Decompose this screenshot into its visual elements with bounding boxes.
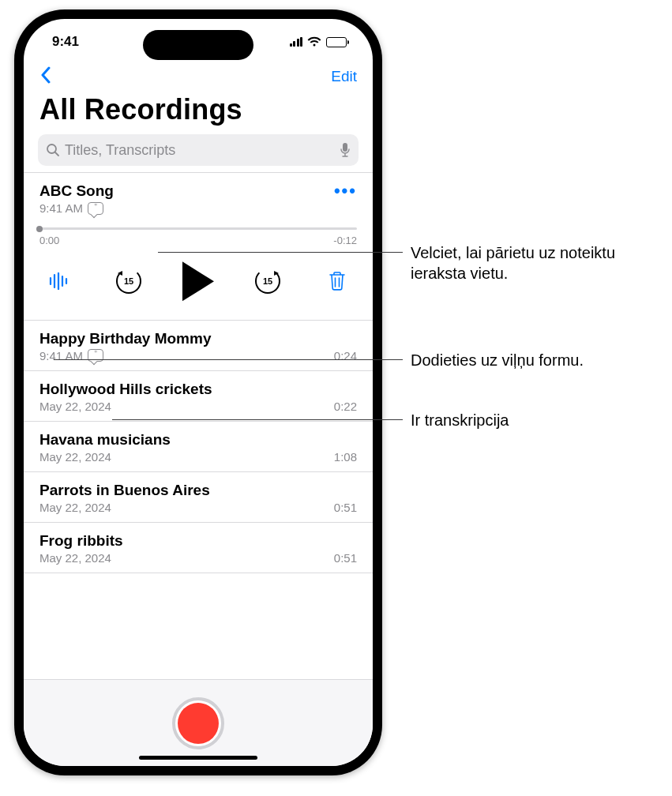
home-indicator[interactable] bbox=[139, 756, 257, 760]
dynamic-island bbox=[143, 30, 253, 60]
skip-back-button[interactable]: ▸ 15 bbox=[109, 268, 148, 294]
recording-title: ABC Song bbox=[39, 182, 114, 200]
svg-rect-2 bbox=[343, 143, 347, 152]
recording-subtitle: May 22, 2024 bbox=[39, 501, 111, 514]
recording-row[interactable]: Havana musicians May 22, 2024 1:08 bbox=[24, 422, 373, 472]
recording-row[interactable]: Parrots in Buenos Aires May 22, 2024 0:5… bbox=[24, 472, 373, 523]
callout-text: Velciet, lai pārietu uz noteiktu ierakst… bbox=[411, 244, 615, 282]
edit-button[interactable]: Edit bbox=[331, 68, 357, 85]
play-button[interactable] bbox=[178, 259, 218, 304]
play-icon bbox=[178, 259, 218, 304]
skip-forward-button[interactable]: ▸ 15 bbox=[248, 268, 287, 294]
remaining-time: -0:12 bbox=[333, 235, 357, 246]
recording-duration: 1:08 bbox=[334, 450, 357, 464]
back-button[interactable] bbox=[39, 66, 52, 87]
callout-text: Dodieties uz viļņu formu. bbox=[411, 351, 584, 369]
delete-button[interactable] bbox=[317, 271, 357, 291]
scrubber-times: 0:00 -0:12 bbox=[39, 235, 357, 246]
recording-duration: 0:22 bbox=[334, 400, 357, 413]
phone-frame: 9:41 Edit All Recordings bbox=[14, 9, 382, 775]
scrubber[interactable]: 0:00 -0:12 bbox=[39, 227, 357, 246]
recording-subtitle: May 22, 2024 bbox=[39, 450, 111, 464]
recording-time: 9:41 AM bbox=[39, 201, 83, 215]
skip-forward-icon: ▸ 15 bbox=[255, 268, 280, 294]
recording-title: Havana musicians bbox=[39, 431, 171, 449]
playback-controls: ▸ 15 ▸ 15 bbox=[39, 248, 357, 312]
more-button[interactable]: ••• bbox=[334, 182, 357, 200]
phone-screen: 9:41 Edit All Recordings bbox=[24, 19, 373, 766]
transcript-icon: ” bbox=[88, 202, 103, 215]
callout-transcript: Ir transkripcija bbox=[411, 410, 632, 430]
search-icon bbox=[46, 143, 60, 157]
recording-duration: 0:51 bbox=[334, 501, 357, 514]
recording-title: Frog ribbits bbox=[39, 532, 123, 550]
callout-text: Ir transkripcija bbox=[411, 411, 509, 429]
elapsed-time: 0:00 bbox=[39, 235, 59, 246]
recording-subtitle: 9:41 AM bbox=[39, 349, 83, 362]
search-input[interactable] bbox=[65, 142, 335, 159]
recording-duration: 0:51 bbox=[334, 551, 357, 565]
bottom-bar bbox=[24, 679, 373, 766]
scrubber-track[interactable] bbox=[39, 227, 357, 230]
recording-row-expanded[interactable]: ABC Song ••• 9:41 AM ” 0:00 -0:12 bbox=[24, 172, 373, 321]
skip-back-icon: ▸ 15 bbox=[116, 268, 141, 294]
svg-line-1 bbox=[55, 152, 58, 156]
record-button[interactable] bbox=[172, 697, 224, 749]
recording-title: Hollywood Hills crickets bbox=[39, 381, 212, 398]
svg-point-0 bbox=[47, 145, 56, 153]
recording-row[interactable]: Happy Birthday Mommy 9:41 AM ” 0:24 bbox=[24, 321, 373, 371]
cellular-icon bbox=[290, 37, 303, 47]
page-title: All Recordings bbox=[24, 92, 373, 134]
recording-subtitle: May 22, 2024 bbox=[39, 551, 111, 565]
scrubber-knob[interactable] bbox=[36, 226, 43, 232]
wifi-icon bbox=[307, 36, 321, 47]
record-dot-icon bbox=[178, 703, 219, 744]
microphone-icon[interactable] bbox=[340, 142, 351, 158]
trash-icon bbox=[328, 271, 346, 291]
callout-waveform: Dodieties uz viļņu formu. bbox=[411, 350, 663, 370]
status-time: 9:41 bbox=[52, 34, 79, 50]
recording-title: Parrots in Buenos Aires bbox=[39, 482, 210, 499]
search-field[interactable] bbox=[38, 134, 359, 166]
status-indicators bbox=[290, 36, 350, 47]
recording-row[interactable]: Frog ribbits May 22, 2024 0:51 bbox=[24, 523, 373, 573]
recording-duration: 0:24 bbox=[334, 349, 357, 362]
callout-scrubber: Velciet, lai pārietu uz noteiktu ierakst… bbox=[411, 242, 655, 283]
recording-subtitle: May 22, 2024 bbox=[39, 400, 111, 413]
recording-row[interactable]: Hollywood Hills crickets May 22, 2024 0:… bbox=[24, 371, 373, 422]
recording-title: Happy Birthday Mommy bbox=[39, 330, 211, 347]
waveform-button[interactable] bbox=[39, 272, 79, 290]
recordings-list[interactable]: ABC Song ••• 9:41 AM ” 0:00 -0:12 bbox=[24, 172, 373, 679]
waveform-icon bbox=[49, 272, 69, 290]
battery-icon bbox=[326, 37, 349, 47]
chevron-left-icon bbox=[39, 66, 52, 84]
nav-bar: Edit bbox=[24, 65, 373, 92]
